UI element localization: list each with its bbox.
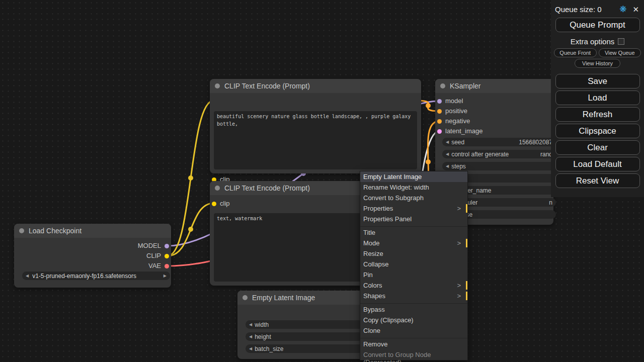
model-slot-icon[interactable] xyxy=(165,244,169,248)
clip-slot-icon[interactable] xyxy=(212,202,216,206)
input-slot-negative[interactable]: negative xyxy=(437,119,470,124)
input-slot-positive[interactable]: positive xyxy=(437,109,467,114)
menu-item-clone[interactable]: Clone xyxy=(360,325,467,336)
link-midpoint-dot xyxy=(426,103,431,108)
extra-options-checkbox[interactable] xyxy=(618,38,624,45)
menu-separator xyxy=(360,301,467,304)
view-queue-button[interactable]: View Queue xyxy=(599,48,641,57)
menu-item-properties[interactable]: Properties > xyxy=(360,203,467,214)
prompt-textarea[interactable]: beautiful scenery nature glass bottle la… xyxy=(214,111,417,169)
node-header[interactable]: KSampler xyxy=(435,79,553,93)
node-header[interactable]: CLIP Text Encode (Prompt) xyxy=(210,79,421,93)
node-clip-text-encode-positive[interactable]: CLIP Text Encode (Prompt) clip CONDITION… xyxy=(210,79,421,173)
conditioning-slot-icon[interactable] xyxy=(437,109,442,114)
link-midpoint-dot xyxy=(188,227,193,232)
output-slot-model[interactable]: MODEL xyxy=(138,243,169,248)
close-icon[interactable]: ✕ xyxy=(632,5,639,14)
model-slot-icon[interactable] xyxy=(437,99,442,104)
reset-view-button[interactable]: Reset View xyxy=(555,173,640,188)
node-title: Load Checkpoint xyxy=(29,227,82,235)
queue-front-button[interactable]: Queue Front xyxy=(554,48,597,57)
clip-slot-icon[interactable] xyxy=(165,254,169,258)
collapse-dot-icon[interactable] xyxy=(215,83,220,88)
refresh-button[interactable]: Refresh xyxy=(555,107,640,122)
output-slot-clip[interactable]: CLIP xyxy=(146,253,169,258)
node-title: KSampler xyxy=(450,82,480,90)
submenu-arrow-icon: > xyxy=(457,205,461,212)
submenu-arrow-icon: > xyxy=(457,292,461,300)
menu-item-colors[interactable]: Colors > xyxy=(360,280,467,291)
queue-prompt-button[interactable]: Queue Prompt xyxy=(555,18,640,32)
collapse-dot-icon[interactable] xyxy=(440,83,445,88)
decrement-arrow-icon[interactable]: ◀ xyxy=(446,152,449,156)
menu-item-convert-to-subgraph[interactable]: Convert to Subgraph xyxy=(360,193,467,203)
menu-item-convert-to-group-node[interactable]: Convert to Group Node (Deprecated) xyxy=(360,349,467,360)
comfy-logo-icon[interactable]: ❋ xyxy=(619,4,626,15)
menu-item-shapes[interactable]: Shapes > xyxy=(360,291,467,301)
menu-item-mode[interactable]: Mode > xyxy=(360,238,467,248)
input-slot-model[interactable]: model xyxy=(437,99,463,104)
decrement-arrow-icon[interactable]: ◀ xyxy=(446,164,449,168)
widget-ckpt-name[interactable]: ◀ v1-5-pruned-emaonly-fp16.safetensors ▶ xyxy=(22,272,170,280)
collapse-dot-icon[interactable] xyxy=(215,186,220,191)
node-title: CLIP Text Encode (Prompt) xyxy=(224,184,310,192)
widget-control-after-generate[interactable]: ◀ control after generate rand xyxy=(442,150,556,158)
link-midpoint-dot xyxy=(426,159,431,164)
floating-menu-panel: Queue size: 0 ❋ ✕ Queue Prompt Extra opt… xyxy=(551,0,644,197)
menu-item-pin[interactable]: Pin xyxy=(360,269,467,280)
menu-separator xyxy=(360,336,467,338)
prev-option-arrow-icon[interactable]: ◀ xyxy=(26,274,29,278)
widget-steps[interactable]: ◀ steps xyxy=(442,162,556,170)
collapse-dot-icon[interactable] xyxy=(243,295,248,300)
latent-slot-icon[interactable] xyxy=(437,129,442,134)
widget-seed[interactable]: ◀ seed 1566802087 xyxy=(442,138,556,146)
input-slot-latent-image[interactable]: latent_image xyxy=(437,129,482,134)
menu-item-collapse[interactable]: Collapse xyxy=(360,259,467,269)
input-slot-clip[interactable]: clip xyxy=(212,201,230,206)
node-header[interactable]: Load Checkpoint xyxy=(14,224,171,238)
load-button[interactable]: Load xyxy=(555,90,640,105)
menu-item-resize[interactable]: Resize xyxy=(360,248,467,259)
submenu-arrow-icon: > xyxy=(457,282,461,289)
decrement-arrow-icon[interactable]: ◀ xyxy=(446,140,449,144)
menu-item-bypass[interactable]: Bypass xyxy=(360,304,467,315)
context-menu-title: Empty Latent Image xyxy=(360,171,467,182)
save-button[interactable]: Save xyxy=(555,74,640,88)
queue-size-label: Queue size: 0 xyxy=(555,5,602,14)
submenu-marker xyxy=(466,292,467,300)
extra-options-label: Extra options xyxy=(571,37,615,46)
node-load-checkpoint[interactable]: Load Checkpoint MODEL CLIP VAE ◀ v1-5-pr… xyxy=(14,224,171,288)
clipspace-button[interactable]: Clipspace xyxy=(555,124,640,138)
link-midpoint-dot xyxy=(188,175,193,180)
comfyui-canvas[interactable]: CLIP Text Encode (Prompt) clip CONDITION… xyxy=(0,0,644,362)
submenu-marker xyxy=(466,281,467,290)
next-option-arrow-icon[interactable]: ▶ xyxy=(164,274,167,278)
menu-item-copy-clipspace[interactable]: Copy (Clipspace) xyxy=(360,315,467,325)
collapse-dot-icon[interactable] xyxy=(19,228,24,233)
view-history-button[interactable]: View History xyxy=(575,59,620,68)
menu-item-title[interactable]: Title xyxy=(360,227,467,238)
decrement-arrow-icon[interactable]: ◀ xyxy=(249,334,252,339)
load-default-button[interactable]: Load Default xyxy=(555,157,640,171)
submenu-marker xyxy=(466,204,467,213)
clear-button[interactable]: Clear xyxy=(555,140,640,155)
vae-slot-icon[interactable] xyxy=(165,264,169,268)
decrement-arrow-icon[interactable]: ◀ xyxy=(249,322,252,327)
output-slot-vae[interactable]: VAE xyxy=(148,263,169,268)
conditioning-slot-icon[interactable] xyxy=(437,119,442,124)
menu-separator xyxy=(360,224,467,227)
menu-item-properties-panel[interactable]: Properties Panel xyxy=(360,214,467,224)
menu-item-rename-widget-width[interactable]: Rename Widget: width xyxy=(360,182,467,193)
submenu-arrow-icon: > xyxy=(457,239,461,247)
node-title: Empty Latent Image xyxy=(252,294,315,302)
decrement-arrow-icon[interactable]: ◀ xyxy=(249,346,252,351)
menu-item-remove[interactable]: Remove xyxy=(360,339,467,349)
submenu-marker xyxy=(466,239,467,247)
context-menu: Empty Latent Image Rename Widget: width … xyxy=(360,171,468,360)
node-title: CLIP Text Encode (Prompt) xyxy=(224,82,310,90)
